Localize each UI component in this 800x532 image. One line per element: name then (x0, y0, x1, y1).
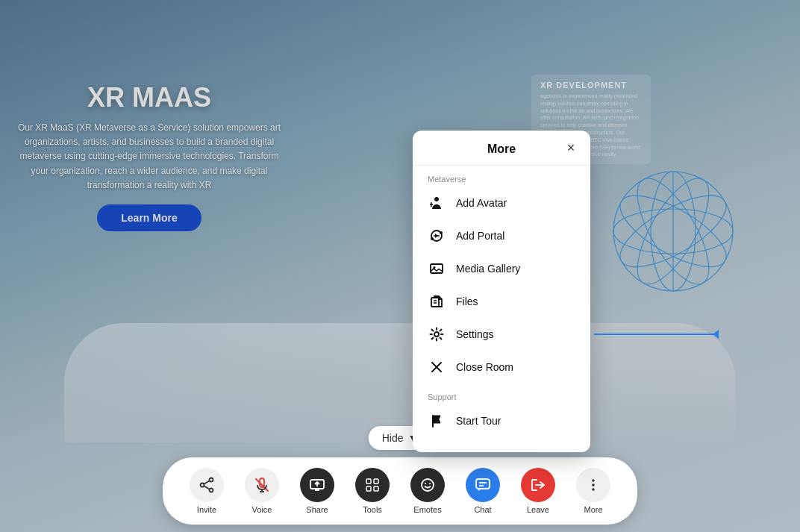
add-avatar-label: Add Avatar (456, 197, 507, 209)
toolbar-item-share[interactable]: Share (291, 465, 343, 517)
svg-point-23 (434, 332, 439, 337)
toolbar-item-chat[interactable]: Chat (457, 465, 509, 517)
files-icon (428, 292, 446, 310)
svg-point-50 (592, 479, 595, 482)
toolbar-item-invite[interactable]: Invite (181, 465, 233, 517)
dots-icon (576, 468, 610, 502)
screen-icon (300, 468, 334, 502)
person-icon (428, 194, 446, 212)
svg-point-29 (201, 484, 204, 487)
svg-point-28 (210, 489, 213, 492)
menu-item-settings[interactable]: Settings (413, 318, 590, 351)
svg-rect-46 (476, 479, 490, 489)
svg-point-43 (422, 479, 434, 491)
svg-rect-42 (374, 486, 378, 491)
menu-item-close-room[interactable]: Close Room (413, 351, 590, 384)
toolbar-item-voice[interactable]: Voice (236, 465, 288, 517)
tools-icon (355, 468, 390, 502)
close-room-label: Close Room (456, 361, 513, 373)
portal-icon (428, 227, 446, 245)
tools-label: Tools (363, 505, 382, 514)
svg-rect-39 (366, 479, 371, 484)
emotes-label: Emotes (413, 505, 441, 514)
menu-item-start-tour[interactable]: Start Tour (413, 404, 590, 437)
media-gallery-label: Media Gallery (456, 263, 520, 275)
svg-point-44 (425, 483, 426, 484)
menu-item-media-gallery[interactable]: Media Gallery (413, 252, 590, 285)
svg-point-52 (592, 488, 595, 491)
add-portal-label: Add Portal (456, 230, 504, 242)
mic-off-icon (245, 468, 279, 502)
section-metaverse-label: Metaverse (413, 166, 590, 187)
smile-icon (410, 468, 445, 502)
more-label: More (584, 505, 602, 514)
invite-label: Invite (197, 505, 216, 514)
svg-rect-18 (431, 264, 443, 273)
share-label: Share (306, 505, 328, 514)
overlay (0, 0, 800, 532)
toolbar-item-tools[interactable]: Tools (346, 465, 399, 517)
modal-header: More × (413, 131, 590, 166)
settings-label: Settings (456, 328, 494, 340)
share-icon (190, 468, 224, 502)
leave-label: Leave (527, 505, 549, 514)
exit-icon (521, 468, 555, 502)
toolbar-item-more[interactable]: More (567, 465, 619, 517)
menu-item-add-portal[interactable]: Add Portal (413, 219, 590, 252)
svg-point-27 (210, 478, 213, 482)
gear-icon (428, 325, 446, 343)
voice-label: Voice (252, 505, 272, 514)
svg-point-17 (431, 237, 434, 240)
files-label: Files (456, 295, 478, 307)
toolbar-item-leave[interactable]: Leave (512, 465, 564, 517)
more-modal: More × Metaverse Add Avatar Add P (413, 131, 590, 452)
toolbar-item-emotes[interactable]: Emotes (401, 465, 454, 517)
toolbar: Invite Voice Share (163, 457, 637, 525)
chat-icon (466, 468, 500, 502)
modal-title: More (487, 143, 516, 156)
flag-icon (428, 412, 446, 430)
svg-line-30 (204, 481, 210, 484)
svg-rect-20 (431, 298, 439, 307)
svg-point-16 (440, 231, 443, 234)
svg-point-51 (592, 484, 595, 486)
svg-line-31 (204, 486, 210, 489)
x-icon (428, 358, 446, 376)
menu-item-add-avatar[interactable]: Add Avatar (413, 187, 590, 219)
chat-label: Chat (474, 505, 491, 514)
svg-point-45 (429, 483, 431, 484)
hide-label: Hide (382, 432, 404, 444)
svg-rect-41 (366, 486, 371, 491)
image-icon (428, 260, 446, 278)
start-tour-label: Start Tour (456, 415, 501, 427)
menu-item-files[interactable]: Files (413, 285, 590, 318)
section-support-label: Support (413, 384, 590, 404)
svg-rect-40 (374, 479, 378, 484)
modal-close-button[interactable]: × (562, 139, 580, 157)
